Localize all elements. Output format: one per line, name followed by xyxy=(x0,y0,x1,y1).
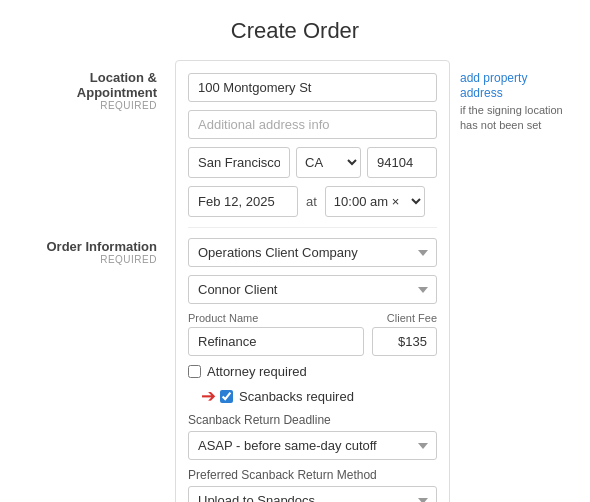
city-input[interactable] xyxy=(188,147,290,178)
order-section-label: Order Information REQUIRED xyxy=(20,239,175,265)
client-select[interactable]: Connor Client xyxy=(188,275,437,304)
additional-address-input[interactable] xyxy=(188,110,437,139)
fee-input[interactable] xyxy=(372,327,437,356)
date-input[interactable] xyxy=(188,186,298,217)
form-card: CA NY TX at 10:00 am × 10:30 am 11:00 am… xyxy=(175,60,450,502)
attorney-checkbox-label[interactable]: Attorney required xyxy=(207,364,307,379)
scanbacks-checkbox[interactable] xyxy=(220,390,233,403)
attorney-checkbox-row: Attorney required xyxy=(188,364,437,379)
zip-input[interactable] xyxy=(367,147,437,178)
order-label-title: Order Information xyxy=(20,239,157,254)
scanback-deadline-select[interactable]: ASAP - before same-day cutoff Next day xyxy=(188,431,437,460)
aside-note: if the signing location has not been set xyxy=(460,103,570,134)
page-title: Create Order xyxy=(0,0,590,60)
street-address-input[interactable] xyxy=(188,73,437,102)
scanbacks-arrow-icon: ➔ xyxy=(201,387,216,405)
scanback-deadline-label: Scanback Return Deadline xyxy=(188,413,437,427)
preferred-method-select[interactable]: Upload to Snapdocs Email FedEx xyxy=(188,486,437,502)
location-label-title: Location & Appointment xyxy=(20,70,157,100)
attorney-checkbox[interactable] xyxy=(188,365,201,378)
location-section-label: Location & Appointment REQUIRED xyxy=(20,70,175,111)
at-label: at xyxy=(304,194,319,209)
scanbacks-checkbox-label[interactable]: Scanbacks required xyxy=(239,389,354,404)
add-property-link[interactable]: add property address xyxy=(460,71,527,100)
company-select[interactable]: Operations Client Company xyxy=(188,238,437,267)
product-label: Product Name xyxy=(188,312,364,324)
product-input[interactable] xyxy=(188,327,364,356)
state-select[interactable]: CA NY TX xyxy=(296,147,361,178)
right-aside: add property address if the signing loca… xyxy=(450,60,570,502)
fee-label: Client Fee xyxy=(372,312,437,324)
preferred-method-label: Preferred Scanback Return Method xyxy=(188,468,437,482)
order-label-required: REQUIRED xyxy=(20,254,157,265)
time-select[interactable]: 10:00 am × 10:30 am 11:00 am xyxy=(325,186,425,217)
location-label-required: REQUIRED xyxy=(20,100,157,111)
